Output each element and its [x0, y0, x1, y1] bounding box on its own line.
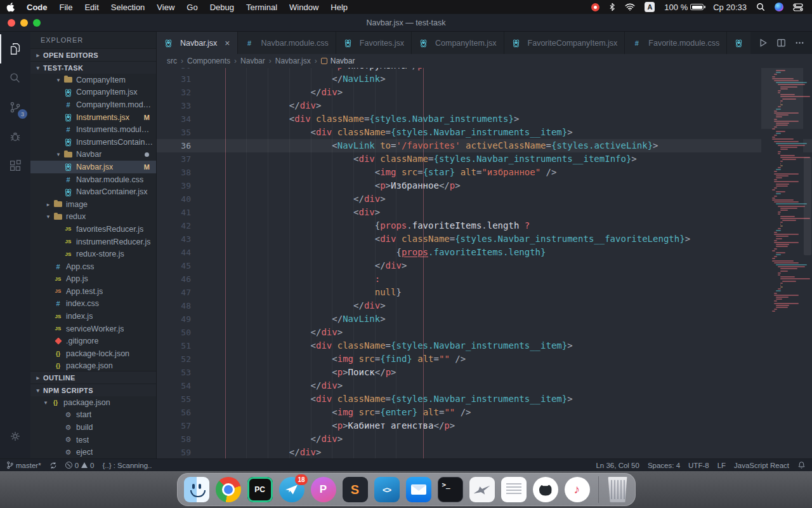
tree-item-instruments-jsx[interactable]: Instruments.jsxM: [30, 111, 156, 124]
tree-item-eject[interactable]: eject: [30, 446, 156, 458]
menubar-item-view[interactable]: View: [157, 3, 174, 12]
battery-indicator[interactable]: 100 %: [664, 3, 704, 12]
scanning-status[interactable]: {..} : Scanning..: [102, 462, 152, 469]
code-line-36[interactable]: 36 <NavLink to='/favorites' activeClassN…: [157, 139, 812, 152]
code-line-50[interactable]: 50 </div>: [157, 326, 812, 339]
problems-indicator[interactable]: 0 0: [65, 462, 95, 469]
code-line-38[interactable]: 38 <img src={star} alt="избранное" />: [157, 166, 812, 179]
zoom-window-button[interactable]: [33, 19, 41, 27]
source-control-icon[interactable]: 3: [0, 93, 30, 122]
code-line-44[interactable]: 44 {props.favoriteItems.length}: [157, 246, 812, 259]
tree-item-navbar-module-css[interactable]: Navbar.module.css: [30, 173, 156, 186]
podcasts-dock-icon[interactable]: P: [311, 477, 336, 502]
terminal-dock-icon[interactable]: >_: [438, 477, 463, 502]
code-line-42[interactable]: 42 {props.favoriteItems.length ?: [157, 219, 812, 232]
breadcrumb-symbol[interactable]: Navbar: [321, 57, 355, 65]
tree-item-companyitem[interactable]: CompanyItem: [30, 74, 156, 86]
menubar-item-help[interactable]: Help: [331, 3, 348, 12]
spotlight-icon[interactable]: [756, 3, 765, 11]
tree-item-start[interactable]: start: [30, 409, 156, 422]
menubar-item-go[interactable]: Go: [187, 3, 197, 12]
control-center-icon[interactable]: [793, 3, 803, 11]
bird-dock-icon[interactable]: [469, 477, 495, 502]
code-line-37[interactable]: 37 <div className={styles.Navbar_instrum…: [157, 152, 812, 166]
tab-favorite-module-css[interactable]: Favorite.module.css: [625, 32, 727, 54]
telegram-dock-icon[interactable]: 18: [279, 477, 304, 502]
code-line-54[interactable]: 54 </div>: [157, 379, 812, 392]
code-line-39[interactable]: 39 <p>Избранное</p>: [157, 179, 812, 192]
menubar-item-selection[interactable]: Selection: [111, 3, 145, 12]
code-line-48[interactable]: 48 </div>: [157, 299, 812, 312]
tree-item-package-lock-json[interactable]: package-lock.json: [30, 347, 156, 360]
cursor-position[interactable]: Ln 36, Col 50: [596, 462, 639, 469]
menubar-item-terminal[interactable]: Terminal: [246, 3, 277, 12]
code-line-34[interactable]: 34 <div className={styles.Navbar_instrum…: [157, 112, 812, 126]
tree-item-test[interactable]: test: [30, 434, 156, 446]
code-line-46[interactable]: 46 :: [157, 272, 812, 286]
code-line-43[interactable]: 43 <div className={styles.Navbar_instrum…: [157, 232, 812, 246]
tree-item-image[interactable]: image: [30, 198, 156, 211]
settings-gear-icon[interactable]: [0, 422, 30, 451]
tree-item-app-css[interactable]: App.css: [30, 260, 156, 273]
code-line-47[interactable]: 47 null}: [157, 286, 812, 299]
code-line-52[interactable]: 52 <img src={find} alt="" />: [157, 352, 812, 366]
vertical-scrollbar[interactable]: [804, 157, 811, 255]
tree-item-app-test-js[interactable]: App.test.js: [30, 285, 156, 298]
tree-item-companyitem-jsx[interactable]: CompanyItem.jsx: [30, 86, 156, 99]
tree-item-navbarcontainer-jsx[interactable]: NavbarContainer.jsx: [30, 185, 156, 198]
tree-item-instrumentreducer-js[interactable]: instrumentReducer.js: [30, 236, 156, 248]
siri-icon[interactable]: [775, 3, 783, 11]
chrome-dock-icon[interactable]: [216, 477, 241, 502]
sync-button[interactable]: [49, 462, 57, 469]
extensions-icon[interactable]: [0, 151, 30, 180]
tree-item-package-json[interactable]: package.json: [30, 396, 156, 409]
minimize-window-button[interactable]: [20, 19, 28, 27]
code-line-53[interactable]: 53 <p>Поиск</p>: [157, 366, 812, 379]
code-line-49[interactable]: 49 </NavLink>: [157, 312, 812, 326]
finder-dock-icon[interactable]: [184, 477, 209, 502]
minimap-slider[interactable]: [761, 68, 803, 129]
npm-scripts-section[interactable]: NPM SCRIPTS: [30, 384, 156, 396]
code-line-41[interactable]: 41 <div>: [157, 206, 812, 219]
split-editor-button[interactable]: [776, 38, 786, 48]
menubar-clock[interactable]: Ср 20:33: [713, 3, 747, 12]
tree-item-navbar-jsx[interactable]: Navbar.jsxM: [30, 161, 156, 173]
git-branch-indicator[interactable]: master*: [6, 461, 41, 469]
code-line-58[interactable]: 58 </div>: [157, 432, 812, 446]
apple-menu-icon[interactable]: [6, 3, 15, 12]
close-window-button[interactable]: [8, 19, 15, 27]
code-line-40[interactable]: 40 </div>: [157, 192, 812, 206]
workspace-section[interactable]: TEST-TASK: [30, 61, 156, 74]
code-line-55[interactable]: 55 <div className={styles.Navbar_instrum…: [157, 392, 812, 406]
vscode-dock-icon[interactable]: <>: [374, 477, 400, 502]
indentation-setting[interactable]: Spaces: 4: [648, 462, 680, 469]
vscode-titlebar[interactable]: Navbar.jsx — test-task: [0, 14, 812, 32]
sublime-dock-icon[interactable]: S: [343, 477, 368, 502]
code-line-35[interactable]: 35 <div className={styles.Navbar_instrum…: [157, 126, 812, 139]
tree-item-build[interactable]: build: [30, 421, 156, 434]
code-line-56[interactable]: 56 <img src={enter} alt="" />: [157, 406, 812, 419]
tree-item-gitignore[interactable]: .gitignore: [30, 335, 156, 347]
recording-dot-icon[interactable]: [591, 3, 599, 11]
tree-item-serviceworker-js[interactable]: serviceWorker.js: [30, 323, 156, 335]
trash-dock-icon[interactable]: [607, 477, 629, 502]
github-dock-icon[interactable]: [533, 477, 558, 502]
tree-item-index-js[interactable]: index.js: [30, 310, 156, 323]
pycharm-dock-icon[interactable]: PC: [247, 477, 273, 502]
code-line-33[interactable]: 33 </div>: [157, 99, 812, 112]
tab-navbar-jsx[interactable]: Navbar.jsx: [157, 32, 238, 54]
tab-companyitem-jsx[interactable]: CompanyItem.jsx: [412, 32, 504, 54]
code-editor[interactable]: 30 <p>Инструменты</p>31 </NavLink>32 </d…: [157, 68, 812, 458]
search-icon[interactable]: [0, 64, 30, 93]
debug-icon[interactable]: [0, 122, 30, 151]
encoding-setting[interactable]: UTF-8: [688, 462, 709, 469]
menubar-item-edit[interactable]: Edit: [84, 3, 98, 12]
music-dock-icon[interactable]: ♪: [565, 477, 590, 502]
tab-favoritecompanyitem-jsx[interactable]: FavoriteCompanyItem.jsx: [504, 32, 625, 54]
textedit-dock-icon[interactable]: [501, 477, 527, 502]
tree-item-favoritesreducer-js[interactable]: favoritesReducer.js: [30, 223, 156, 236]
run-button[interactable]: [758, 38, 768, 48]
code-line-51[interactable]: 51 <div className={styles.Navbar_instrum…: [157, 339, 812, 352]
breadcrumb-components[interactable]: Components: [187, 57, 230, 65]
code-line-57[interactable]: 57 <p>Кабинет агенства</p>: [157, 419, 812, 432]
